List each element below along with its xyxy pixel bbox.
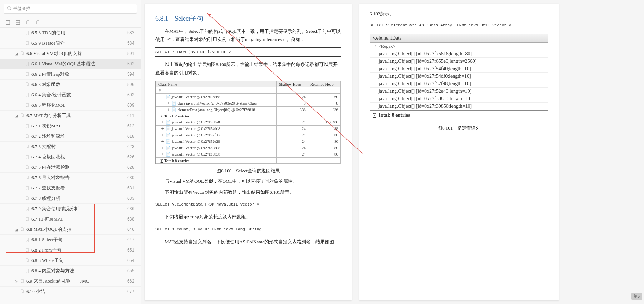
bookmark-icon	[25, 186, 29, 191]
bookmark-icon	[25, 268, 29, 273]
search-input[interactable]	[13, 6, 134, 11]
toc-item[interactable]: 6.6.4 集合/统计函数603	[0, 90, 141, 100]
svg-point-0	[8, 6, 10, 9]
toc-page: 612	[127, 123, 137, 128]
toc-item[interactable]: 6.10 小结677	[0, 287, 141, 297]
bookmark-icon	[25, 206, 29, 211]
toc-item[interactable]: 6.5.9 BTrace简介584	[0, 38, 141, 49]
bookmark-icon	[25, 154, 29, 159]
bookmark-icon	[25, 248, 29, 253]
toc-label: 6.9 来自JRockit的礼物——JMC	[26, 278, 89, 284]
toc-page: 636	[127, 206, 137, 211]
toc-item[interactable]: 6.8.1 Select子句647	[0, 235, 141, 245]
toc-item[interactable]: 6.6.2 内置heap对象594	[0, 69, 141, 80]
toc-page: 582	[127, 30, 137, 35]
toc-item[interactable]: ◢6.7 MAT内存分析工具611	[0, 111, 141, 121]
bookmark-icon	[20, 51, 24, 56]
toc-item[interactable]: ◢6.6 Visual VM对OQL的支持591	[0, 49, 141, 59]
result-table: Class NameShallow HeapRetained Heap⚞- 📄 …	[155, 81, 341, 164]
bookmark-icon	[20, 289, 24, 294]
page-right: 6.102所示。 SELECT v.elementData AS "Data A…	[359, 4, 559, 300]
table-row: + 📄 elementData java.lang.Object[80] @ 0…	[156, 106, 341, 113]
toc-label: 6.8 MAT对OQL的支持	[26, 226, 71, 233]
toc-label: 6.7 MAT内存分析工具	[26, 112, 71, 119]
toc-list: 6.5.8 TDA的使用5826.5.9 BTrace简介584◢6.6 Vis…	[0, 28, 141, 304]
toc-page: 646	[127, 227, 137, 232]
toc-label: 6.10 小结	[26, 288, 45, 295]
toc-item[interactable]: 6.8.3 Where子句654	[0, 255, 141, 266]
toc-item[interactable]: 6.7.2 浅堆和深堆618	[0, 131, 141, 142]
bookmark-icon	[25, 30, 29, 35]
result-header: v.elementData	[370, 34, 548, 43]
bookmark-icon	[20, 113, 24, 118]
result-row: java.lang.Object[] [id=0x27f76818;length…	[370, 50, 548, 58]
search-box[interactable]	[4, 4, 137, 14]
expand-icon[interactable]	[15, 20, 21, 25]
toc-label: 6.6.3 对象函数	[31, 81, 60, 88]
bookmark-outline-icon[interactable]	[35, 20, 41, 25]
toc-label: 6.8.3 Where子句	[31, 257, 64, 264]
toc-item[interactable]: 6.7.7 查找支配者631	[0, 183, 141, 193]
toc-item[interactable]: 6.5.8 TDA的使用582	[0, 28, 141, 38]
toc-item[interactable]: 6.6.3 对象函数596	[0, 80, 141, 90]
toc-label: 6.6 Visual VM对OQL的支持	[26, 50, 82, 57]
toc-page: 651	[127, 248, 137, 253]
toc-label: 6.7.5 内存泄露检测	[31, 164, 70, 171]
toc-page: 662	[127, 279, 137, 284]
table-row: + 📄 java.util.Vector @ 0x27f308882480	[156, 145, 341, 151]
table-row: + 📄 java.util.Vector @ 0x27f52f802488	[156, 132, 341, 138]
paragraph: 下例输出所有Vector对象的内部数组，输出结果如图6.101所示。	[155, 188, 341, 196]
toc-item[interactable]: 6.7.3 支配树623	[0, 142, 141, 152]
toc-item[interactable]: ▷6.9 来自JRockit的礼物——JMC662	[0, 276, 141, 287]
code-block: SELECT s.count, s.value FROM java.lang.S…	[155, 225, 341, 234]
toc-page: 654	[127, 258, 137, 263]
toc-page: 623	[127, 144, 137, 149]
sidebar: 6.5.8 TDA的使用5826.5.9 BTrace简介584◢6.6 Vis…	[0, 0, 141, 304]
code-block: SELECT v.elementData AS "Data Array" FRO…	[370, 21, 548, 30]
toc-page: 592	[127, 61, 137, 66]
page-left: 6.8.1 Select子句 在MAT中，Select子句的格式与SQL基本一致…	[145, 4, 352, 300]
toc-item[interactable]: 6.8.4 内置对象与方法655	[0, 266, 141, 276]
toc-page: 633	[127, 196, 137, 201]
bookmark-icon	[25, 41, 29, 46]
toc-page: 596	[127, 82, 137, 87]
toc-item[interactable]: 6.6.5 程序化OQL609	[0, 100, 141, 111]
toc-item[interactable]: 6.7.1 初识MAT612	[0, 121, 141, 131]
toc-item[interactable]: 6.8.2 From子句651	[0, 245, 141, 255]
toc-page: 631	[127, 186, 137, 191]
paragraph: 以上查询的输出结果如图6.100所示，在输出结果中，结果集中的每条记录都可以展开…	[155, 60, 341, 77]
toc-label: 6.6.1 Visual VM的OQL基本语法	[31, 61, 95, 67]
toc-label: 6.8.1 Select子句	[31, 237, 63, 243]
table-row: + 📄 java.util.Vector @ 0x27f308382480	[156, 151, 341, 157]
toc-label: 6.6.4 集合/统计函数	[31, 92, 71, 98]
toc-item[interactable]: ◢6.8 MAT对OQL的支持646	[0, 224, 141, 235]
toc-page: 626	[127, 154, 137, 159]
toc-item[interactable]: 6.7.9 集合使用情况分析636	[0, 204, 141, 214]
bookmark-icon	[25, 61, 29, 66]
toc-label: 6.7.3 支配树	[31, 143, 56, 150]
bookmark-icon	[20, 279, 24, 284]
table-filter-cell[interactable]: ⚞	[156, 87, 277, 93]
bookmark-icon	[20, 227, 24, 232]
toc-item[interactable]: 6.7.4 垃圾回收根626	[0, 152, 141, 162]
collapse-icon[interactable]	[5, 20, 11, 25]
toc-label: 6.6.2 内置heap对象	[31, 71, 69, 77]
page-badge[interactable]: 第6	[631, 293, 642, 300]
result-row: java.lang.Object[] [id=0x27f52f98;length…	[370, 80, 548, 88]
bookmark-icon	[25, 165, 29, 170]
bookmark-icon	[25, 258, 29, 263]
search-wrap	[0, 0, 141, 17]
table-row: + 📄 java.util.Vector @ 0x27f52e282480	[156, 138, 341, 145]
toc-label: 6.8.2 From子句	[31, 247, 61, 253]
toc-item[interactable]: 6.7.8 线程分析633	[0, 193, 141, 204]
bookmark-icon	[25, 103, 29, 108]
result-row: java.lang.Object[] [id=0x27f54df0;length…	[370, 73, 548, 80]
toc-item[interactable]: 6.7.5 内存泄露检测628	[0, 162, 141, 173]
toc-item[interactable]: 6.6.1 Visual VM的OQL基本语法592	[0, 59, 141, 69]
bookmark-solid-icon[interactable]	[25, 20, 31, 25]
chevron-down-icon: ◢	[15, 52, 19, 56]
bookmark-icon	[25, 237, 29, 242]
toc-item[interactable]: 6.7.10 扩展MAT638	[0, 214, 141, 224]
toc-item[interactable]: 6.7.6 最大对象报告630	[0, 173, 141, 183]
bookmark-icon	[25, 134, 29, 139]
